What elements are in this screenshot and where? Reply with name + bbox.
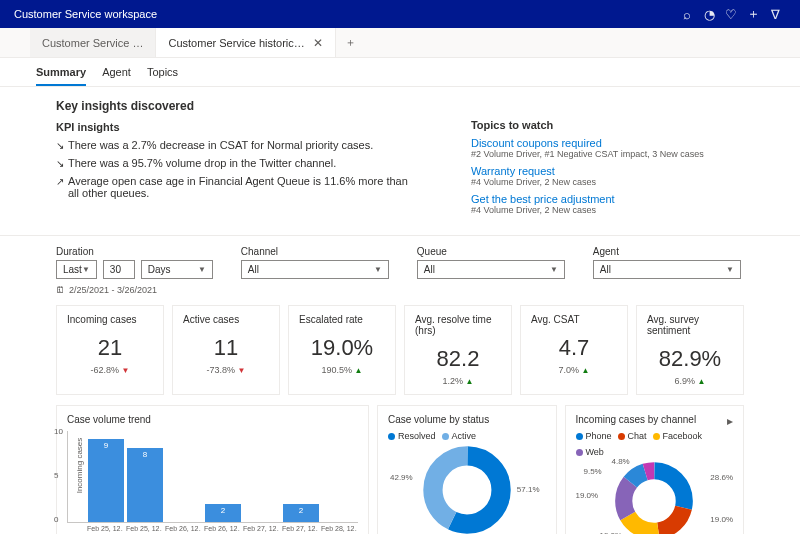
bulb-icon[interactable]: ♡ — [720, 7, 742, 22]
delta-text: 7.0% — [559, 365, 580, 375]
topics-heading: Topics to watch — [471, 119, 744, 131]
donut-pct: 42.9% — [390, 473, 413, 482]
card-avg-csat: Avg. CSAT 4.7 7.0% ▲ — [520, 305, 628, 395]
arrow-up-icon: ▲ — [582, 366, 590, 375]
topic-sub: #2 Volume Driver, #1 Negative CSAT impac… — [471, 149, 744, 159]
legend-item: Chat — [618, 431, 647, 441]
svg-point-1 — [433, 456, 501, 524]
dropdown-value: Days — [148, 264, 171, 275]
close-tab-icon[interactable]: ✕ — [313, 36, 323, 50]
bar: 9 — [88, 439, 124, 522]
arrow-down-icon: ▼ — [122, 366, 130, 375]
donut-pct: 4.8% — [612, 457, 630, 466]
chevron-down-icon: ▼ — [198, 265, 206, 274]
date-range-display: 🗓2/25/2021 - 3/26/2021 — [0, 283, 800, 305]
queue-dropdown[interactable]: All▼ — [417, 260, 565, 279]
arrow-up-icon: ▲ — [355, 366, 363, 375]
delta-text: 1.2% — [443, 376, 464, 386]
donut-pct: 19.0% — [710, 515, 733, 524]
filter-agent: Agent All▼ — [593, 246, 741, 279]
tab-label: Customer Service … — [42, 37, 143, 49]
donut-chart — [422, 445, 512, 534]
channel-dropdown[interactable]: All▼ — [241, 260, 389, 279]
card-value: 4.7 — [531, 335, 617, 361]
legend-label: Chat — [628, 431, 647, 441]
subtab-agent[interactable]: Agent — [102, 66, 131, 86]
legend-dot — [576, 449, 583, 456]
kpi-heading: KPI insights — [56, 121, 411, 133]
card-incoming-cases: Incoming cases 21 -62.8% ▼ — [56, 305, 164, 395]
donut-pct: 28.6% — [710, 473, 733, 482]
topic-sub: #4 Volume Driver, 2 New cases — [471, 205, 744, 215]
bar-value: 2 — [283, 506, 319, 515]
bar: 2 — [283, 504, 319, 522]
card-title: Incoming cases — [67, 314, 153, 325]
svg-point-7 — [624, 471, 685, 532]
dropdown-value: All — [248, 264, 259, 275]
kpi-text: Average open case age in Financial Agent… — [68, 175, 411, 199]
dropdown-value: All — [424, 264, 435, 275]
arrow-up-icon: ↗ — [56, 176, 64, 187]
topic-sub: #4 Volume Driver, 2 New cases — [471, 177, 744, 187]
x-label: Feb 27, 12… — [282, 525, 318, 532]
y-tick: 10 — [54, 427, 63, 436]
duration-mode-dropdown[interactable]: Last▼ — [56, 260, 97, 279]
legend-label: Phone — [586, 431, 612, 441]
tab-label: Customer Service historic… — [168, 37, 304, 49]
chart-incoming-channel: Incoming cases by channel▸ Phone Chat Fa… — [565, 405, 745, 534]
topic-link[interactable]: Get the best price adjustment — [471, 193, 744, 205]
card-escalated-rate: Escalated rate 19.0% 190.5% ▲ — [288, 305, 396, 395]
channel-label: Channel — [241, 246, 389, 257]
filter-duration: Duration Last▼ 30 Days▼ — [56, 246, 213, 279]
delta-text: 190.5% — [322, 365, 353, 375]
filter-icon[interactable]: ∇ — [764, 7, 786, 22]
bar-value: 2 — [205, 506, 241, 515]
search-icon[interactable]: ⌕ — [676, 7, 698, 22]
legend: Phone Chat Facebook Web — [576, 431, 734, 457]
tab-historic[interactable]: Customer Service historic… ✕ — [156, 28, 335, 57]
more-icon[interactable]: ▸ — [727, 414, 733, 428]
subtab-summary[interactable]: Summary — [36, 66, 86, 86]
chart-title: Case volume by status — [388, 414, 546, 425]
card-delta: 6.9% ▲ — [647, 376, 733, 386]
card-delta: 1.2% ▲ — [415, 376, 501, 386]
chart-volume-status: Case volume by status Resolved Active 57… — [377, 405, 557, 534]
donut-pct: 19.0% — [576, 491, 599, 500]
insights-heading: Key insights discovered — [56, 99, 411, 113]
agent-dropdown[interactable]: All▼ — [593, 260, 741, 279]
kpi-line: ↘There was a 95.7% volume drop in the Tw… — [56, 157, 411, 169]
legend-dot — [388, 433, 395, 440]
chart-title: Incoming cases by channel▸ — [576, 414, 734, 425]
legend-label: Active — [452, 431, 477, 441]
topic-link[interactable]: Warranty request — [471, 165, 744, 177]
delta-text: -73.8% — [207, 365, 236, 375]
subtab-topics[interactable]: Topics — [147, 66, 178, 86]
duration-label: Duration — [56, 246, 213, 257]
dropdown-value: All — [600, 264, 611, 275]
task-icon[interactable]: ◔ — [698, 7, 720, 22]
legend-item: Resolved — [388, 431, 436, 441]
card-delta: 190.5% ▲ — [299, 365, 385, 375]
date-range-text: 2/25/2021 - 3/26/2021 — [69, 285, 157, 295]
topic-link[interactable]: Discount coupons required — [471, 137, 744, 149]
filters-row: Duration Last▼ 30 Days▼ Channel All▼ Que… — [0, 235, 800, 283]
legend-dot — [442, 433, 449, 440]
duration-num-dropdown[interactable]: 30 — [103, 260, 135, 279]
legend-item: Phone — [576, 431, 612, 441]
arrow-down-icon: ▼ — [238, 366, 246, 375]
filter-channel: Channel All▼ — [241, 246, 389, 279]
insights-section: Key insights discovered KPI insights ↘Th… — [0, 87, 800, 235]
tab-customer-service[interactable]: Customer Service … — [30, 28, 156, 57]
donut-pct: 9.5% — [584, 467, 602, 476]
content-area: Summary Agent Topics Key insights discov… — [0, 58, 800, 534]
arrow-down-icon: ↘ — [56, 140, 64, 151]
kpi-text: There was a 2.7% decrease in CSAT for No… — [68, 139, 373, 151]
x-labels: Feb 25, 12… Feb 25, 12… Feb 26, 12… Feb … — [67, 525, 358, 532]
app-title: Customer Service workspace — [14, 8, 157, 20]
new-tab-button[interactable]: ＋ — [336, 28, 366, 57]
barchart: Incoming cases 10 5 0 9 8 2 2 — [67, 431, 358, 523]
donut-chart — [614, 461, 694, 534]
add-icon[interactable]: ＋ — [742, 5, 764, 23]
legend-item: Facebook — [653, 431, 703, 441]
duration-unit-dropdown[interactable]: Days▼ — [141, 260, 213, 279]
